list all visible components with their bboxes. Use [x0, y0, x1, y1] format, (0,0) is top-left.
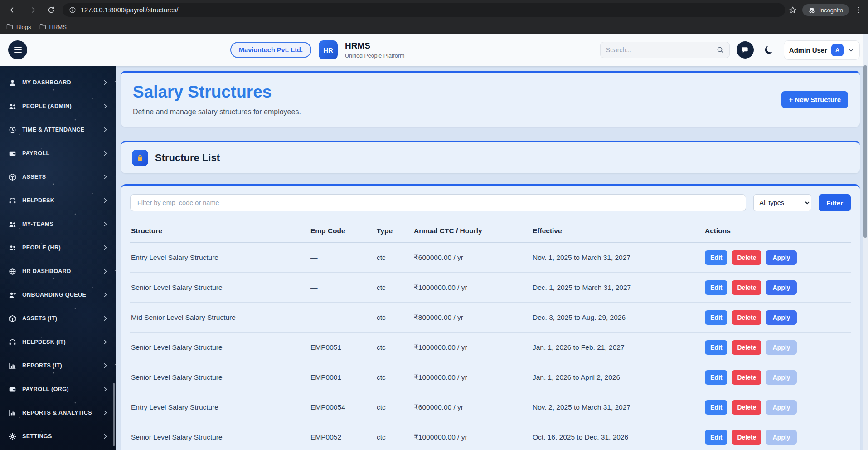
apply-button[interactable]: Apply — [766, 310, 797, 325]
search-input[interactable] — [606, 46, 713, 54]
wallet-icon — [9, 150, 16, 157]
page-scrollbar-thumb[interactable] — [863, 65, 867, 238]
edit-button[interactable]: Edit — [705, 280, 727, 295]
box-icon — [9, 173, 16, 181]
apply-button: Apply — [766, 370, 797, 385]
sidebar-item-reports-it[interactable]: REPORTS (IT) — [0, 354, 116, 377]
sidebar-item-onboarding-queue[interactable]: ONBOARDING QUEUE — [0, 283, 116, 307]
row-ctc: ₹1000000.00 / yr — [414, 343, 533, 352]
back-icon[interactable] — [5, 2, 21, 18]
delete-button[interactable]: Delete — [732, 250, 761, 265]
folder-icon — [39, 24, 46, 30]
row-structure: Entry Level Salary Structure — [131, 403, 310, 411]
sidebar-item-payroll[interactable]: PAYROLL — [0, 142, 116, 165]
sidebar-item-my-teams[interactable]: MY-TEAMS — [0, 212, 116, 236]
chevron-right-icon — [102, 174, 108, 180]
table-row: Entry Level Salary Structure — ctc ₹6000… — [130, 243, 851, 273]
row-type: ctc — [377, 403, 414, 411]
gear-icon — [9, 433, 16, 440]
sidebar-item-payroll-org[interactable]: PAYROLL (ORG) — [0, 377, 116, 401]
bookmark-label: Blogs — [16, 24, 31, 30]
bookmark-star-icon[interactable] — [789, 6, 797, 14]
bookmark-label: HRMS — [49, 24, 67, 30]
browser-toolbar: 127.0.0.1:8000/payroll/structures/ Incog… — [0, 0, 868, 20]
delete-button[interactable]: Delete — [732, 310, 761, 325]
edit-button[interactable]: Edit — [705, 370, 727, 385]
reload-icon[interactable] — [44, 2, 59, 18]
sidebar-item-label: HELPDESK — [22, 197, 96, 204]
company-badge[interactable]: Maviontech Pvt. Ltd. — [230, 42, 311, 58]
bookmark-blogs[interactable]: Blogs — [6, 24, 31, 30]
sidebar-item-helpdesk-it[interactable]: HELPDESK (IT) — [0, 330, 116, 354]
users-icon — [9, 103, 16, 110]
main-content: Salary Structures Define and manage sala… — [116, 66, 868, 450]
browser-menu-icon[interactable] — [854, 6, 863, 14]
sidebar-item-label: ONBOARDING QUEUE — [22, 292, 96, 298]
filter-input[interactable] — [130, 194, 746, 211]
url-text: 127.0.0.1:8000/payroll/structures/ — [81, 6, 178, 14]
chat-icon — [741, 46, 749, 54]
chevron-right-icon — [102, 433, 108, 440]
row-effective: Nov. 1, 2025 to March 31, 2027 — [533, 254, 705, 262]
sidebar-item-my-dashboard[interactable]: MY DASHBOARD — [0, 71, 116, 94]
row-emp-code: EMP0052 — [310, 433, 377, 441]
url-bar[interactable]: 127.0.0.1:8000/payroll/structures/ — [63, 3, 785, 17]
user-menu[interactable]: Admin User A — [784, 40, 860, 60]
new-structure-button[interactable]: + New Structure — [781, 91, 848, 108]
delete-button[interactable]: Delete — [732, 280, 761, 295]
page-title: Salary Structures — [133, 83, 301, 102]
users-icon — [9, 244, 16, 252]
column-header-type: Type — [377, 227, 414, 235]
edit-button[interactable]: Edit — [705, 250, 727, 265]
sidebar-item-reports-analytics[interactable]: REPORTS & ANALYTICS — [0, 401, 116, 425]
sidebar: MY DASHBOARD PEOPLE (ADMIN) TIME & ATTEN… — [0, 66, 116, 450]
sidebar-scrollbar[interactable] — [113, 383, 115, 446]
delete-button[interactable]: Delete — [732, 340, 761, 355]
chat-button[interactable] — [737, 41, 754, 59]
edit-button[interactable]: Edit — [705, 400, 727, 415]
delete-button[interactable]: Delete — [732, 400, 761, 415]
sidebar-item-assets[interactable]: ASSETS — [0, 165, 116, 189]
sidebar-item-label: HELPDESK (IT) — [22, 339, 96, 345]
search-icon[interactable] — [717, 46, 724, 54]
structure-table-card: All types Filter Structure Emp Code Type… — [121, 184, 860, 450]
row-ctc: ₹600000.00 / yr — [414, 254, 533, 262]
page-scrollbar[interactable] — [863, 34, 868, 450]
row-ctc: ₹1000000.00 / yr — [414, 373, 533, 382]
section-title: Structure List — [155, 152, 220, 164]
sidebar-item-settings[interactable]: SETTINGS — [0, 425, 116, 448]
bookmark-hrms[interactable]: HRMS — [39, 24, 67, 30]
row-ctc: ₹1000000.00 / yr — [414, 433, 533, 441]
forward-icon[interactable] — [24, 2, 40, 18]
filter-button[interactable]: Filter — [819, 194, 851, 211]
apply-button[interactable]: Apply — [766, 280, 797, 295]
row-effective: Jan. 1, 2026 to Feb. 21, 2027 — [533, 343, 705, 352]
type-select[interactable]: All types — [753, 194, 811, 211]
incognito-badge: Incognito — [802, 4, 849, 16]
chevron-right-icon — [102, 79, 108, 86]
edit-button[interactable]: Edit — [705, 430, 727, 445]
edit-button[interactable]: Edit — [705, 310, 727, 325]
row-emp-code: EMP00054 — [310, 403, 377, 411]
chevron-down-icon — [848, 47, 854, 54]
sidebar-item-time-attendance[interactable]: TIME & ATTENDANCE — [0, 118, 116, 142]
sidebar-item-people-admin[interactable]: PEOPLE (ADMIN) — [0, 94, 116, 118]
dark-mode-toggle[interactable] — [761, 42, 777, 58]
clock-icon — [9, 126, 16, 134]
row-type: ctc — [377, 254, 414, 262]
sidebar-item-assets-it[interactable]: ASSETS (IT) — [0, 307, 116, 330]
sidebar-item-people-hr[interactable]: PEOPLE (HR) — [0, 236, 116, 259]
sidebar-item-helpdesk[interactable]: HELPDESK — [0, 189, 116, 212]
sidebar-item-label: REPORTS & ANALYTICS — [22, 410, 96, 416]
hamburger-menu-button[interactable] — [8, 40, 27, 59]
delete-button[interactable]: Delete — [732, 430, 761, 445]
user-name: Admin User — [789, 46, 827, 54]
edit-button[interactable]: Edit — [705, 340, 727, 355]
sidebar-item-hr-dashboard[interactable]: HR DASHBOARD — [0, 259, 116, 283]
column-header-actions: Actions — [705, 227, 850, 235]
chevron-right-icon — [102, 315, 108, 322]
delete-button[interactable]: Delete — [732, 370, 761, 385]
apply-button[interactable]: Apply — [766, 250, 797, 265]
site-info-icon[interactable] — [69, 6, 76, 14]
sidebar-item-label: PEOPLE (ADMIN) — [22, 103, 96, 109]
